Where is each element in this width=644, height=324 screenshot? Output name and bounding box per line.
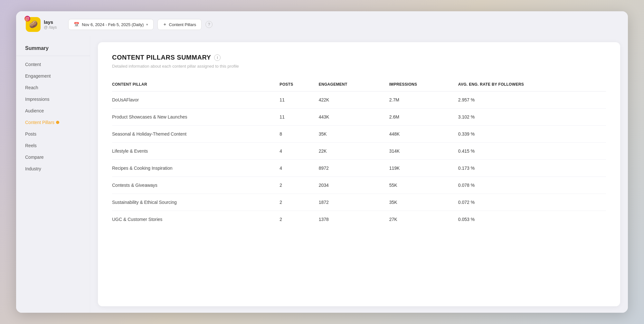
content-area: CONTENT PILLARS SUMMARY i Detailed infor… bbox=[90, 36, 628, 313]
main-layout: Summary Content Engagement Reach Impress… bbox=[16, 36, 628, 313]
col-header-avg-eng: AVG. ENG. RATE BY FOLLOWERS bbox=[458, 79, 606, 91]
content-pillars-button[interactable]: ✦ Content Pillars bbox=[157, 19, 202, 30]
cell-avg-eng-7: 0.053 % bbox=[458, 211, 606, 228]
cell-impressions-5: 55K bbox=[389, 177, 458, 194]
logo-emoji: 🥔 bbox=[29, 20, 38, 29]
cell-posts-7: 2 bbox=[279, 211, 318, 228]
active-indicator: Content Pillars bbox=[25, 120, 59, 125]
table-row: Recipes & Cooking Inspiration 4 8972 119… bbox=[112, 160, 606, 177]
table-row: Lifestyle & Events 4 22K 314K 0.415 % bbox=[112, 143, 606, 160]
cell-engagement-1: 443K bbox=[319, 109, 389, 126]
content-pillars-label: Content Pillars bbox=[169, 22, 196, 27]
cell-impressions-7: 27K bbox=[389, 211, 458, 228]
sidebar-item-compare[interactable]: Compare bbox=[16, 151, 90, 163]
table-row: Seasonal & Holiday-Themed Content 8 35K … bbox=[112, 126, 606, 143]
cell-avg-eng-0: 2.957 % bbox=[458, 91, 606, 109]
cell-avg-eng-3: 0.415 % bbox=[458, 143, 606, 160]
content-card: CONTENT PILLARS SUMMARY i Detailed infor… bbox=[98, 42, 620, 306]
content-pillars-table: CONTENT PILLAR POSTS ENGAGEMENT IMPRESSI… bbox=[112, 79, 606, 228]
table-header-row: CONTENT PILLAR POSTS ENGAGEMENT IMPRESSI… bbox=[112, 79, 606, 91]
date-range-label: Nov 6, 2024 - Feb 5, 2025 (Daily) bbox=[82, 22, 144, 27]
brand-name: lays bbox=[44, 19, 57, 25]
app-container: 🥔 lays @ /lays 📅 Nov 6, 2024 - Feb 5, 20… bbox=[16, 11, 628, 313]
cell-posts-0: 11 bbox=[279, 91, 318, 109]
calendar-icon: 📅 bbox=[74, 22, 79, 27]
cell-avg-eng-6: 0.072 % bbox=[458, 194, 606, 211]
cell-posts-1: 11 bbox=[279, 109, 318, 126]
col-header-posts: POSTS bbox=[279, 79, 318, 91]
cell-impressions-1: 2.6M bbox=[389, 109, 458, 126]
sidebar-item-content[interactable]: Content bbox=[16, 59, 90, 70]
cell-engagement-4: 8972 bbox=[319, 160, 389, 177]
cell-impressions-6: 35K bbox=[389, 194, 458, 211]
cell-pillar-3: Lifestyle & Events bbox=[112, 143, 279, 160]
brand-logo-box: 🥔 bbox=[26, 17, 41, 32]
sidebar-item-content-pillars[interactable]: Content Pillars bbox=[16, 117, 90, 128]
card-subtitle: Detailed information about each content … bbox=[112, 64, 606, 69]
sidebar-item-posts[interactable]: Posts bbox=[16, 128, 90, 140]
sidebar-item-summary[interactable]: Summary bbox=[16, 42, 90, 56]
table-row: Sustainability & Ethical Sourcing 2 1872… bbox=[112, 194, 606, 211]
table-row: Product Showcases & New Launches 11 443K… bbox=[112, 109, 606, 126]
table-row: Contests & Giveaways 2 2034 55K 0.078 % bbox=[112, 177, 606, 194]
brand-logo: 🥔 lays @ /lays bbox=[26, 17, 57, 32]
cell-pillar-2: Seasonal & Holiday-Themed Content bbox=[112, 126, 279, 143]
help-icon[interactable]: ? bbox=[205, 21, 213, 28]
table-row: UGC & Customer Stories 2 1378 27K 0.053 … bbox=[112, 211, 606, 228]
card-title-text: CONTENT PILLARS SUMMARY bbox=[112, 54, 211, 61]
sidebar-item-audience[interactable]: Audience bbox=[16, 105, 90, 117]
col-header-impressions: IMPRESSIONS bbox=[389, 79, 458, 91]
card-title: CONTENT PILLARS SUMMARY i bbox=[112, 54, 606, 61]
sidebar-item-reels[interactable]: Reels bbox=[16, 140, 90, 151]
top-controls: 📅 Nov 6, 2024 - Feb 5, 2025 (Daily) ▾ ✦ … bbox=[68, 19, 213, 30]
cell-engagement-5: 2034 bbox=[319, 177, 389, 194]
sidebar-item-impressions[interactable]: Impressions bbox=[16, 93, 90, 105]
cell-engagement-0: 422K bbox=[319, 91, 389, 109]
table-row: DoUsAFlavor 11 422K 2.7M 2.957 % bbox=[112, 91, 606, 109]
col-header-engagement: ENGAGEMENT bbox=[319, 79, 389, 91]
cell-avg-eng-1: 3.102 % bbox=[458, 109, 606, 126]
cell-posts-6: 2 bbox=[279, 194, 318, 211]
sidebar-item-industry[interactable]: Industry bbox=[16, 163, 90, 175]
cell-impressions-2: 448K bbox=[389, 126, 458, 143]
top-bar: 🥔 lays @ /lays 📅 Nov 6, 2024 - Feb 5, 20… bbox=[16, 11, 628, 36]
cell-pillar-4: Recipes & Cooking Inspiration bbox=[112, 160, 279, 177]
help-label: ? bbox=[208, 22, 210, 27]
sidebar-item-reach[interactable]: Reach bbox=[16, 82, 90, 93]
cell-impressions-3: 314K bbox=[389, 143, 458, 160]
chevron-down-icon: ▾ bbox=[146, 23, 148, 27]
cell-impressions-0: 2.7M bbox=[389, 91, 458, 109]
col-header-pillar: CONTENT PILLAR bbox=[112, 79, 279, 91]
cell-pillar-0: DoUsAFlavor bbox=[112, 91, 279, 109]
brand-handle: @ /lays bbox=[44, 25, 57, 30]
cell-pillar-1: Product Showcases & New Launches bbox=[112, 109, 279, 126]
cell-posts-3: 4 bbox=[279, 143, 318, 160]
cell-pillar-5: Contests & Giveaways bbox=[112, 177, 279, 194]
active-dot bbox=[56, 121, 59, 124]
cell-avg-eng-2: 0.339 % bbox=[458, 126, 606, 143]
sidebar-item-engagement[interactable]: Engagement bbox=[16, 70, 90, 82]
brand-info: lays @ /lays bbox=[44, 19, 57, 30]
cell-pillar-7: UGC & Customer Stories bbox=[112, 211, 279, 228]
cell-posts-5: 2 bbox=[279, 177, 318, 194]
date-range-button[interactable]: 📅 Nov 6, 2024 - Feb 5, 2025 (Daily) ▾ bbox=[68, 19, 154, 30]
cell-impressions-4: 119K bbox=[389, 160, 458, 177]
cell-engagement-7: 1378 bbox=[319, 211, 389, 228]
sidebar: Summary Content Engagement Reach Impress… bbox=[16, 36, 90, 313]
instagram-icon bbox=[24, 16, 30, 22]
sparkle-icon: ✦ bbox=[163, 22, 167, 27]
cell-engagement-6: 1872 bbox=[319, 194, 389, 211]
info-icon[interactable]: i bbox=[214, 54, 221, 61]
cell-avg-eng-5: 0.078 % bbox=[458, 177, 606, 194]
cell-engagement-2: 35K bbox=[319, 126, 389, 143]
cell-posts-4: 4 bbox=[279, 160, 318, 177]
cell-avg-eng-4: 0.173 % bbox=[458, 160, 606, 177]
cell-engagement-3: 22K bbox=[319, 143, 389, 160]
cell-pillar-6: Sustainability & Ethical Sourcing bbox=[112, 194, 279, 211]
cell-posts-2: 8 bbox=[279, 126, 318, 143]
